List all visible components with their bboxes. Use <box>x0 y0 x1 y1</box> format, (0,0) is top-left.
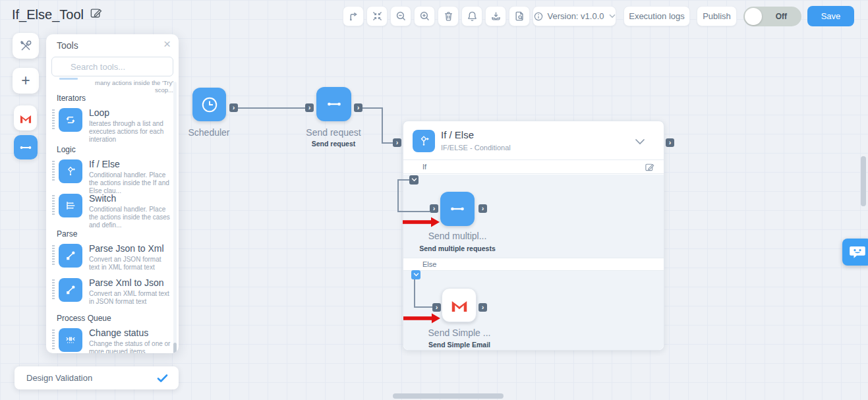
edge-sendrequest-ifelse <box>382 107 383 144</box>
workflow-enabled-toggle[interactable]: Off <box>743 7 801 26</box>
collapse-chevron-icon[interactable] <box>635 136 645 148</box>
parse-icon[interactable] <box>59 244 82 268</box>
else-branch-header[interactable]: Else <box>403 258 664 271</box>
design-validation-bar[interactable]: Design Validation <box>14 366 179 389</box>
delete-button[interactable] <box>438 6 459 26</box>
tools-panel-title: Tools <box>57 40 78 51</box>
ifelse-input-port[interactable]: › <box>393 138 401 147</box>
fit-view-button[interactable] <box>366 6 388 26</box>
node-label: Send multipl... <box>411 231 504 241</box>
sidebar-tools-button[interactable] <box>13 33 39 59</box>
chevron-down-icon <box>413 273 419 277</box>
section-logic: Logic <box>57 145 76 154</box>
design-validation-label: Design Validation <box>26 373 92 383</box>
gmail-icon <box>18 113 33 124</box>
preview-button[interactable] <box>509 6 530 26</box>
node-send-request[interactable] <box>316 87 351 121</box>
horizontal-scrollbar-thumb[interactable] <box>393 393 504 399</box>
else-branch-label: Else <box>422 260 436 268</box>
annotation-arrow-red <box>403 217 440 227</box>
annotation-arrow-red <box>403 313 440 324</box>
sidebar-gmail-tool[interactable] <box>14 105 37 130</box>
step-line-icon <box>348 11 359 22</box>
cut-off-tool-description: many actions inside the 'Try' scop... <box>83 79 173 94</box>
if-branch-start-port[interactable] <box>409 175 419 185</box>
send-request-icon <box>326 96 343 113</box>
node-label: Scheduler <box>163 127 255 138</box>
tool-title: Parse Json to Xml <box>89 243 164 254</box>
drag-handle[interactable] <box>52 279 55 300</box>
version-label: Version: v1.0.0 <box>548 11 604 21</box>
if-else-icon[interactable] <box>59 159 82 183</box>
section-iterators: Iterators <box>57 94 86 103</box>
edit-condition-icon[interactable] <box>645 162 654 173</box>
save-button[interactable]: Save <box>807 6 854 26</box>
trash-icon <box>443 11 454 22</box>
drag-handle[interactable] <box>52 245 55 266</box>
if-branch-header[interactable]: If <box>403 159 664 174</box>
bell-icon <box>467 11 478 22</box>
support-chat-button[interactable] <box>842 239 868 266</box>
plus-icon: + <box>21 72 30 90</box>
tool-description: Conditional handler. Place the actions i… <box>89 171 173 195</box>
send-request-icon <box>18 140 33 155</box>
rename-workflow-icon[interactable] <box>90 7 102 22</box>
sendrequest-output-port[interactable]: › <box>354 103 362 112</box>
if-else-subtitle: IF/ELSE - Conditional <box>441 144 511 152</box>
sendrequest-input-port[interactable]: › <box>305 103 314 112</box>
zoom-out-button[interactable] <box>390 6 411 26</box>
import-icon <box>490 11 502 22</box>
loop-icon[interactable] <box>59 108 82 132</box>
switch-icon[interactable] <box>59 194 82 217</box>
zoom-in-button[interactable] <box>414 6 435 26</box>
drag-handle[interactable] <box>52 161 55 182</box>
vertical-scrollbar-thumb[interactable] <box>861 156 866 206</box>
import-button[interactable] <box>485 6 506 26</box>
chevron-down-icon <box>411 178 417 182</box>
close-icon[interactable]: × <box>163 37 171 51</box>
sendmultiple-output-port[interactable]: › <box>478 204 487 213</box>
sidebar-add-button[interactable]: + <box>13 68 39 94</box>
if-branch-label: If <box>422 163 426 171</box>
else-branch-start-port[interactable] <box>411 270 420 279</box>
sidebar-send-request-tool[interactable] <box>14 135 38 159</box>
edge-if-branch <box>397 179 399 212</box>
sendemail-output-port[interactable]: › <box>478 303 487 312</box>
workflow-title-row: If_Else_Tool <box>12 7 102 22</box>
tool-title: Change status <box>89 328 148 338</box>
change-status-icon[interactable] <box>59 328 82 352</box>
page-title: If_Else_Tool <box>12 7 84 22</box>
tool-title: If / Else <box>89 159 120 169</box>
node-scheduler[interactable] <box>192 88 226 121</box>
panel-scrollbar-track[interactable] <box>173 82 177 351</box>
tools-icon <box>19 40 32 53</box>
tool-description: Iterates through a list and executes act… <box>89 120 173 144</box>
node-send-simple-email[interactable] <box>442 288 477 322</box>
drag-handle[interactable] <box>52 109 55 130</box>
node-sublabel: Send multiple requests <box>405 244 510 252</box>
if-else-icon <box>413 130 435 152</box>
chevron-down-icon <box>609 14 616 18</box>
version-dropdown[interactable]: Version: v1.0.0 <box>533 6 616 26</box>
drag-handle[interactable] <box>52 329 55 351</box>
tool-title: Parse Xml to Json <box>89 277 164 288</box>
ifelse-output-port[interactable]: › <box>666 138 674 147</box>
publish-label: Publish <box>703 11 731 21</box>
scheduler-output-port[interactable]: › <box>229 103 238 112</box>
sendmultiple-input-port[interactable]: › <box>430 204 438 213</box>
node-label: Send Simple ... <box>413 328 506 338</box>
panel-scrollbar-thumb[interactable] <box>173 343 177 353</box>
parse-icon[interactable] <box>59 278 82 302</box>
cut-off-tool-icon <box>59 78 78 80</box>
execution-logs-button[interactable]: Execution logs <box>623 6 690 26</box>
connector-style-button[interactable] <box>343 6 364 26</box>
clock-icon <box>200 95 219 115</box>
drag-handle[interactable] <box>52 195 55 216</box>
node-send-multiple-requests[interactable] <box>440 192 475 226</box>
publish-button[interactable]: Publish <box>697 6 737 26</box>
search-tools-input[interactable] <box>51 57 173 76</box>
notifications-button[interactable] <box>461 6 482 26</box>
tool-description: Conditional handler. Place the actions i… <box>89 206 173 229</box>
sendemail-input-port[interactable]: › <box>432 303 441 312</box>
toggle-knob[interactable] <box>745 8 762 25</box>
